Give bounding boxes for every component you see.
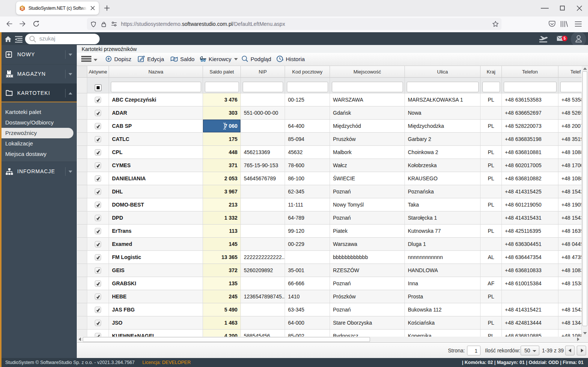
svg-text:S: S <box>21 6 24 10</box>
